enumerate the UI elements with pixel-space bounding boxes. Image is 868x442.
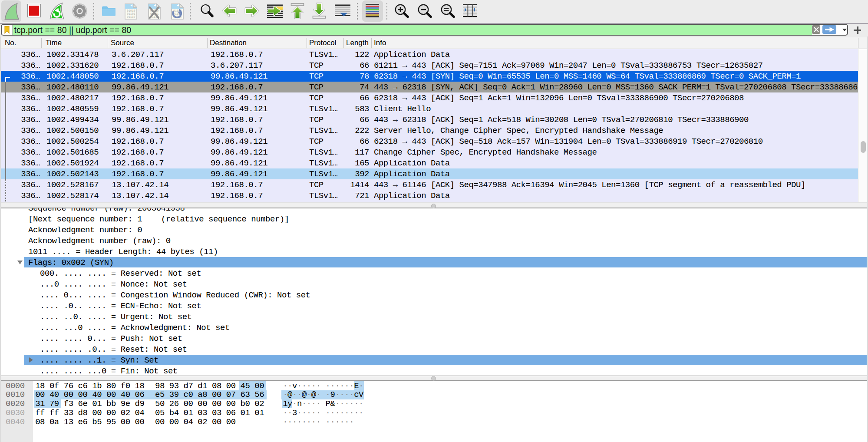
svg-text:01010: 01010 xyxy=(127,10,135,13)
svg-text:01101: 01101 xyxy=(127,13,135,16)
svg-text:01110: 01110 xyxy=(127,16,135,19)
